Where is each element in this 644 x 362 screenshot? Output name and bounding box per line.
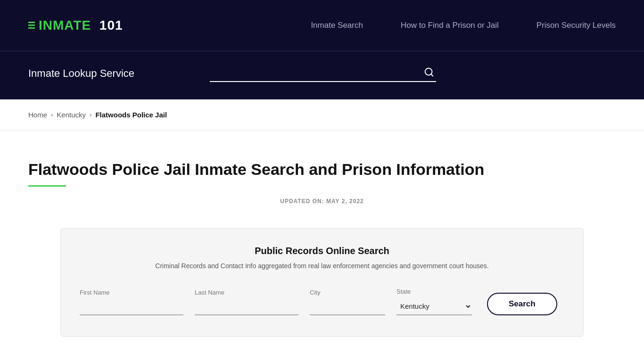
updated-date: UPDATED ON: MAY 2, 2022 (28, 198, 616, 205)
search-input-wrapper (210, 65, 436, 82)
breadcrumb-state[interactable]: Kentucky (57, 111, 86, 119)
breadcrumb-separator-1: › (51, 111, 53, 118)
search-form-box: Public Records Online Search Criminal Re… (60, 228, 584, 337)
nav-how-to-find[interactable]: How to Find a Prison or Jail (401, 21, 499, 30)
last-name-input[interactable] (195, 299, 298, 315)
search-bar-section: Inmate Lookup Service (0, 52, 644, 99)
logo-bars-icon (28, 22, 35, 29)
search-form-title: Public Records Online Search (80, 246, 564, 256)
nav-links: Inmate Search How to Find a Prison or Ja… (311, 21, 616, 30)
logo-text: INMATE 101 (39, 18, 123, 33)
first-name-field-group: First Name (80, 289, 183, 315)
search-button[interactable]: Search (487, 293, 557, 315)
breadcrumb-separator-2: › (90, 111, 91, 118)
breadcrumb-current: Flatwoods Police Jail (95, 111, 167, 119)
state-select[interactable]: Kentucky Alabama Alaska Arizona Arkansas… (396, 298, 472, 315)
logo-link[interactable]: INMATE 101 (28, 18, 123, 33)
nav-inmate-search[interactable]: Inmate Search (311, 21, 363, 30)
svg-line-1 (431, 74, 433, 76)
breadcrumb-home[interactable]: Home (28, 111, 47, 119)
city-label: City (310, 289, 385, 296)
state-field-group: State Kentucky Alabama Alaska Arizona Ar… (396, 288, 472, 315)
last-name-field-group: Last Name (195, 289, 298, 315)
search-form-subtitle: Criminal Records and Contact Info aggreg… (80, 261, 564, 271)
search-form-fields: First Name Last Name City State Kentucky… (80, 288, 564, 315)
top-navigation: INMATE 101 Inmate Search How to Find a P… (0, 0, 644, 52)
state-label: State (396, 288, 472, 295)
search-bar-label: Inmate Lookup Service (28, 67, 134, 80)
breadcrumb: Home › Kentucky › Flatwoods Police Jail (28, 111, 616, 119)
last-name-label: Last Name (195, 289, 298, 296)
first-name-label: First Name (80, 289, 183, 296)
search-icon (424, 67, 434, 77)
main-content: Flatwoods Police Jail Inmate Search and … (0, 131, 644, 355)
search-icon-button[interactable] (422, 65, 436, 82)
first-name-input[interactable] (80, 299, 183, 315)
city-field-group: City (310, 289, 385, 315)
breadcrumb-section: Home › Kentucky › Flatwoods Police Jail (0, 99, 644, 131)
title-underline (28, 185, 66, 187)
page-title: Flatwoods Police Jail Inmate Search and … (28, 159, 616, 180)
city-input[interactable] (310, 299, 385, 315)
nav-security-levels[interactable]: Prison Security Levels (537, 21, 616, 30)
search-input[interactable] (210, 65, 436, 82)
